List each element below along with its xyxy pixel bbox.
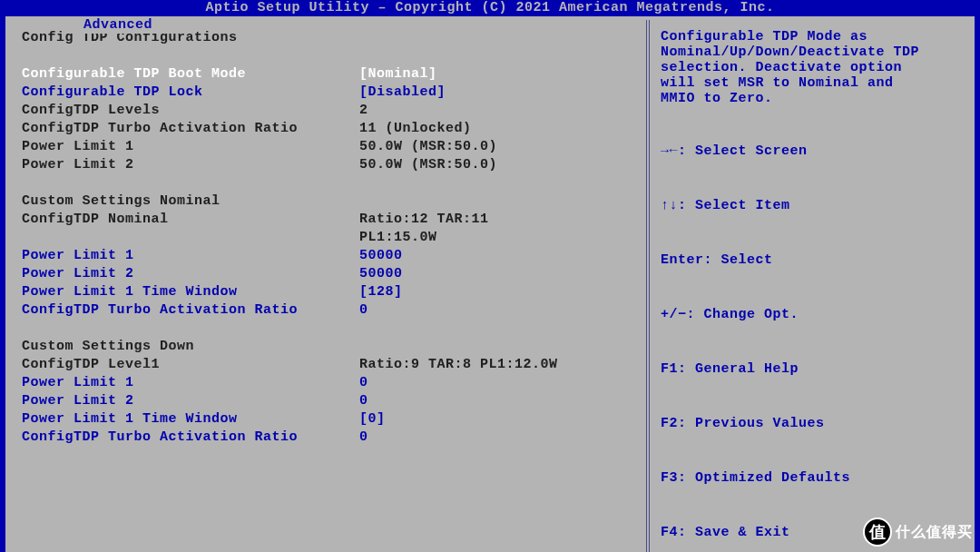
watermark: 值 什么值得买 [863, 518, 973, 547]
title-text: Aptio Setup Utility – Copyright (C) 2021… [205, 0, 774, 15]
help-line: Configurable TDP Mode as [661, 29, 960, 44]
title-bar: Aptio Setup Utility – Copyright (C) 2021… [0, 0, 980, 16]
item-value: 0 [359, 374, 633, 392]
item-value: 0 [359, 429, 633, 447]
item-csd-level1: ConfigTDP Level1 Ratio:9 TAR:8 PL1:12.0W [22, 356, 633, 374]
tab-advanced[interactable]: Advanced [76, 16, 160, 34]
subsection-down: Custom Settings Down [22, 338, 633, 356]
help-line: Nominal/Up/Down/Deactivate TDP [661, 44, 960, 60]
item-label: Configurable TDP Lock [22, 84, 359, 102]
watermark-glyph: 值 [869, 521, 887, 543]
item-label: Power Limit 1 [22, 138, 359, 156]
item-label: Power Limit 1 [22, 247, 359, 265]
item-boot-mode[interactable]: Configurable TDP Boot Mode [Nominal] [22, 65, 633, 84]
item-label: ConfigTDP Levels [22, 102, 359, 120]
help-line: selection. Deactivate option [661, 60, 960, 75]
help-line: MMIO to Zero. [661, 91, 960, 106]
item-label: Power Limit 2 [22, 156, 359, 174]
item-csn-tw[interactable]: Power Limit 1 Time Window [128] [22, 283, 633, 301]
item-value: Ratio:9 TAR:8 PL1:12.0W [359, 356, 633, 374]
item-pl1: Power Limit 1 50.0W (MSR:50.0) [22, 138, 633, 156]
item-csn-pl1[interactable]: Power Limit 1 50000 [22, 247, 633, 265]
item-csd-tw[interactable]: Power Limit 1 Time Window [0] [22, 410, 633, 429]
item-value: 11 (Unlocked) [359, 120, 633, 138]
item-label [22, 229, 359, 247]
item-value: 0 [359, 392, 633, 410]
item-levels: ConfigTDP Levels 2 [22, 102, 633, 120]
item-label: Configurable TDP Boot Mode [22, 65, 359, 84]
item-label: ConfigTDP Turbo Activation Ratio [22, 429, 359, 447]
subsection-nominal: Custom Settings Nominal [22, 192, 633, 211]
item-value: 0 [359, 301, 633, 320]
item-label: ConfigTDP Nominal [22, 211, 359, 229]
item-value: PL1:15.0W [359, 229, 633, 247]
item-label: ConfigTDP Turbo Activation Ratio [22, 120, 359, 138]
key-f3: F3: Optimized Defaults [661, 469, 960, 488]
item-csn-pl2[interactable]: Power Limit 2 50000 [22, 265, 633, 283]
blank-row [22, 320, 633, 338]
item-csd-pl2[interactable]: Power Limit 2 0 [22, 392, 633, 410]
item-value: 2 [359, 102, 633, 120]
item-label: Power Limit 2 [22, 392, 359, 410]
item-value: [128] [359, 283, 633, 301]
help-line: will set MSR to Nominal and [661, 75, 960, 91]
item-label: Power Limit 2 [22, 265, 359, 283]
subsection-label: Custom Settings Nominal [22, 192, 359, 211]
blank-row [22, 174, 633, 192]
item-nominal-cont: PL1:15.0W [22, 229, 633, 247]
item-turbo-ratio: ConfigTDP Turbo Activation Ratio 11 (Unl… [22, 120, 633, 138]
blank-row [22, 47, 633, 65]
item-value: [0] [359, 410, 633, 429]
item-csd-pl1[interactable]: Power Limit 1 0 [22, 374, 633, 392]
subsection-label: Custom Settings Down [22, 338, 359, 356]
key-legend: →←: Select Screen ↑↓: Select Item Enter:… [661, 106, 960, 552]
item-value: 50.0W (MSR:50.0) [359, 138, 633, 156]
key-select-screen: →←: Select Screen [661, 143, 960, 161]
item-value: Ratio:12 TAR:11 [359, 211, 633, 229]
item-value: 50000 [359, 265, 633, 283]
main-frame: Config TDP Configurations Configurable T… [5, 16, 975, 552]
key-change-opt: +/−: Change Opt. [661, 306, 960, 324]
item-value: [Nominal] [359, 65, 633, 84]
item-csd-tar[interactable]: ConfigTDP Turbo Activation Ratio 0 [22, 429, 633, 447]
item-value: [Disabled] [359, 84, 633, 102]
watermark-icon: 值 [863, 518, 892, 547]
bios-screen: Aptio Setup Utility – Copyright (C) 2021… [0, 0, 980, 552]
item-value: 50000 [359, 247, 633, 265]
key-f2: F2: Previous Values [661, 415, 960, 433]
item-label: Power Limit 1 [22, 374, 359, 392]
key-select-item: ↑↓: Select Item [661, 197, 960, 215]
item-label: ConfigTDP Level1 [22, 356, 359, 374]
item-label: ConfigTDP Turbo Activation Ratio [22, 301, 359, 320]
settings-panel[interactable]: Config TDP Configurations Configurable T… [9, 20, 646, 552]
help-panel: Configurable TDP Mode as Nominal/Up/Down… [646, 20, 971, 552]
item-label: Power Limit 1 Time Window [22, 283, 359, 301]
item-pl2: Power Limit 2 50.0W (MSR:50.0) [22, 156, 633, 174]
help-description: Configurable TDP Mode as Nominal/Up/Down… [661, 29, 960, 106]
tab-label: Advanced [83, 17, 152, 33]
section-title-text: Config TDP Configurations [22, 29, 359, 47]
item-nominal: ConfigTDP Nominal Ratio:12 TAR:11 [22, 211, 633, 229]
item-csn-tar[interactable]: ConfigTDP Turbo Activation Ratio 0 [22, 301, 633, 320]
key-enter: Enter: Select [661, 251, 960, 270]
watermark-text: 什么值得买 [896, 523, 973, 542]
item-tdp-lock[interactable]: Configurable TDP Lock [Disabled] [22, 84, 633, 102]
item-label: Power Limit 1 Time Window [22, 410, 359, 429]
key-f1: F1: General Help [661, 360, 960, 379]
item-value: 50.0W (MSR:50.0) [359, 156, 633, 174]
